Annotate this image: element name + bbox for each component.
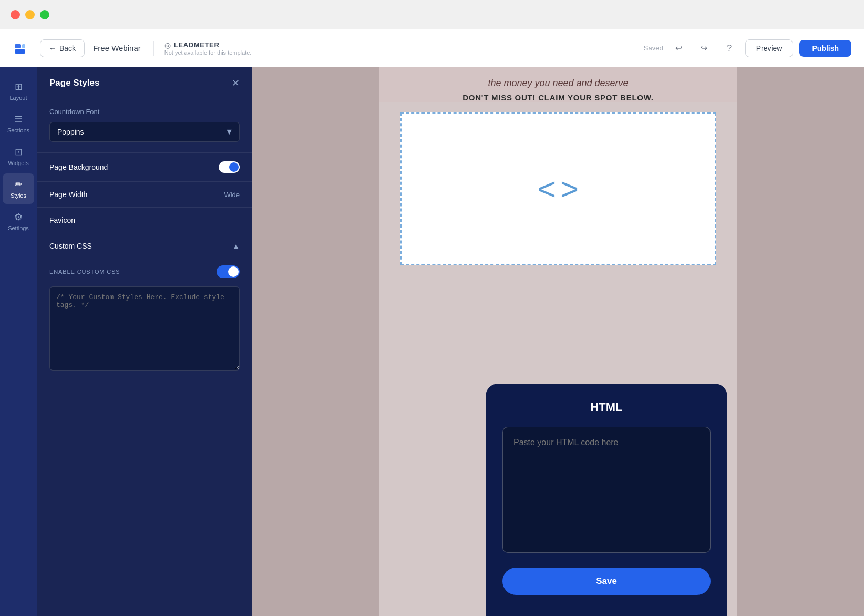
sections-icon: ☰ [14, 114, 23, 125]
html-modal-title: HTML [502, 401, 711, 414]
enable-css-row: ENABLE CUSTOM CSS [37, 259, 252, 286]
html-widget-box[interactable]: < > [400, 112, 716, 265]
topbar-right: Saved ↩ ↪ ? Preview Publish [644, 39, 851, 58]
traffic-lights [11, 10, 49, 19]
html-save-button[interactable]: Save [502, 568, 711, 595]
logo-icon [13, 39, 32, 58]
brand-icon: ◎ [164, 41, 171, 49]
page-claim: DON'T MISS OUT! CLAIM YOUR SPOT BELOW. [400, 93, 716, 102]
page-background-label: Page Background [49, 163, 108, 171]
topbar: ← Back Free Webinar ◎ LEADMETER Not yet … [0, 29, 864, 67]
css-textarea[interactable] [49, 286, 240, 371]
sidebar-item-styles[interactable]: ✏ Styles [3, 173, 34, 204]
svg-rect-1 [15, 49, 25, 54]
font-select-wrapper: Poppins Roboto Open Sans Lato Montserrat… [49, 122, 240, 142]
sidebar-item-widgets[interactable]: ⊡ Widgets [3, 141, 34, 171]
toggle-thumb [229, 162, 239, 172]
svg-rect-2 [22, 44, 25, 48]
sidebar-item-layout[interactable]: ⊞ Layout [3, 76, 34, 106]
settings-icon: ⚙ [14, 211, 23, 223]
sections-label: Sections [7, 127, 29, 134]
panel-title: Page Styles [49, 78, 99, 88]
page-width-value: Wide [224, 191, 240, 199]
page-title: Free Webinar [93, 44, 141, 53]
help-button[interactable]: ? [720, 39, 739, 58]
page-width-row[interactable]: Page Width Wide ▼ [37, 182, 252, 208]
styles-panel: Page Styles ✕ Countdown Font Poppins Rob… [37, 67, 252, 616]
preview-button[interactable]: Preview [745, 39, 794, 57]
sidebar-nav: ⊞ Layout ☰ Sections ⊡ Widgets ✏ Styles ⚙… [0, 67, 37, 616]
undo-button[interactable]: ↩ [670, 39, 688, 58]
page-width-controls: Wide ▼ [224, 191, 240, 199]
back-button[interactable]: ← Back [40, 39, 85, 57]
brand-section: ◎ LEADMETER Not yet available for this t… [153, 41, 252, 56]
page-background-controls: ▼ [219, 161, 240, 173]
widgets-label: Widgets [8, 160, 29, 166]
styles-label: Styles [11, 192, 26, 199]
brand-name: LEADMETER [174, 41, 220, 49]
saved-label: Saved [644, 44, 663, 52]
countdown-font-label: Countdown Font [49, 108, 240, 116]
custom-css-label: Custom CSS [49, 242, 92, 250]
page-top-section: the money you need and deserve DON'T MIS… [379, 67, 737, 102]
window-chrome [0, 0, 864, 29]
enable-css-label: ENABLE CUSTOM CSS [49, 269, 120, 275]
page-background-toggle[interactable] [219, 161, 240, 173]
favicon-row[interactable]: Favicon ▼ [37, 208, 252, 233]
close-button[interactable] [11, 10, 20, 19]
html-textarea[interactable] [502, 427, 711, 553]
page-width-label: Page Width [49, 190, 87, 199]
favicon-label: Favicon [49, 216, 75, 224]
font-select[interactable]: Poppins Roboto Open Sans Lato Montserrat [49, 122, 240, 142]
layout-icon: ⊞ [15, 81, 23, 93]
panel-header: Page Styles ✕ [37, 67, 252, 97]
widgets-icon: ⊡ [15, 146, 23, 158]
sidebar-item-sections[interactable]: ☰ Sections [3, 108, 34, 139]
html-modal: HTML Save [486, 384, 727, 616]
custom-css-header[interactable]: Custom CSS ▲ [37, 233, 252, 259]
styles-icon: ✏ [15, 179, 23, 190]
layout-label: Layout [9, 95, 27, 101]
main-layout: ⊞ Layout ☰ Sections ⊡ Widgets ✏ Styles ⚙… [0, 67, 864, 616]
minimize-button[interactable] [25, 10, 35, 19]
redo-button[interactable]: ↪ [695, 39, 714, 58]
enable-css-toggle[interactable] [217, 265, 240, 278]
sidebar-item-settings[interactable]: ⚙ Settings [3, 206, 34, 237]
topbar-left: ← Back Free Webinar ◎ LEADMETER Not yet … [13, 39, 251, 58]
back-label: Back [59, 44, 76, 53]
chevron-left-icon: < [538, 171, 556, 207]
page-background-row[interactable]: Page Background ▼ [37, 153, 252, 182]
page-subtitle: the money you need and deserve [400, 78, 716, 89]
countdown-font-section: Countdown Font Poppins Roboto Open Sans … [37, 97, 252, 153]
custom-css-chevron-icon: ▲ [232, 242, 240, 250]
panel-close-button[interactable]: ✕ [232, 78, 240, 88]
code-icon: < > [538, 171, 579, 207]
enable-css-toggle-thumb [228, 266, 239, 277]
settings-label: Settings [8, 225, 29, 231]
chevron-right-icon: > [560, 171, 579, 207]
maximize-button[interactable] [40, 10, 49, 19]
svg-rect-0 [15, 44, 21, 48]
canvas-area: the money you need and deserve DON'T MIS… [252, 67, 864, 616]
publish-button[interactable]: Publish [799, 40, 851, 57]
brand-subtitle: Not yet available for this template. [164, 49, 252, 56]
back-arrow-icon: ← [49, 44, 56, 53]
